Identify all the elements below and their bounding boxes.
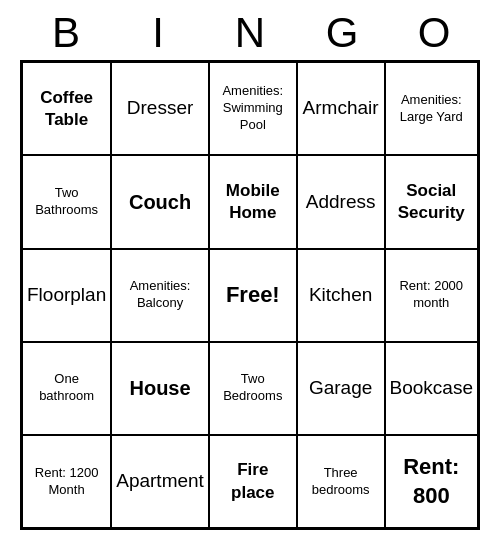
bingo-cell-1-2[interactable]: Mobile Home bbox=[209, 155, 297, 248]
letter-b: B bbox=[24, 10, 108, 56]
bingo-cell-2-4[interactable]: Rent: 2000 month bbox=[385, 249, 478, 342]
bingo-cell-3-0[interactable]: One bathroom bbox=[22, 342, 111, 435]
bingo-cell-4-0[interactable]: Rent: 1200 Month bbox=[22, 435, 111, 528]
bingo-cell-4-3[interactable]: Three bedrooms bbox=[297, 435, 385, 528]
bingo-cell-0-3[interactable]: Armchair bbox=[297, 62, 385, 155]
bingo-grid: Coffee TableDresserAmenities: Swimming P… bbox=[20, 60, 480, 530]
bingo-cell-0-2[interactable]: Amenities: Swimming Pool bbox=[209, 62, 297, 155]
bingo-cell-2-2[interactable]: Free! bbox=[209, 249, 297, 342]
bingo-cell-1-3[interactable]: Address bbox=[297, 155, 385, 248]
bingo-cell-3-2[interactable]: Two Bedrooms bbox=[209, 342, 297, 435]
bingo-cell-1-4[interactable]: Social Security bbox=[385, 155, 478, 248]
bingo-cell-2-0[interactable]: Floorplan bbox=[22, 249, 111, 342]
bingo-cell-2-3[interactable]: Kitchen bbox=[297, 249, 385, 342]
letter-i: I bbox=[116, 10, 200, 56]
bingo-cell-3-3[interactable]: Garage bbox=[297, 342, 385, 435]
bingo-cell-4-1[interactable]: Apartment bbox=[111, 435, 209, 528]
bingo-cell-2-1[interactable]: Amenities: Balcony bbox=[111, 249, 209, 342]
bingo-cell-3-4[interactable]: Bookcase bbox=[385, 342, 478, 435]
bingo-header: B I N G O bbox=[20, 10, 480, 56]
bingo-cell-3-1[interactable]: House bbox=[111, 342, 209, 435]
bingo-cell-1-1[interactable]: Couch bbox=[111, 155, 209, 248]
bingo-cell-0-0[interactable]: Coffee Table bbox=[22, 62, 111, 155]
bingo-cell-1-0[interactable]: Two Bathrooms bbox=[22, 155, 111, 248]
bingo-cell-4-2[interactable]: Fire place bbox=[209, 435, 297, 528]
letter-n: N bbox=[208, 10, 292, 56]
letter-g: G bbox=[300, 10, 384, 56]
letter-o: O bbox=[392, 10, 476, 56]
bingo-cell-4-4[interactable]: Rent: 800 bbox=[385, 435, 478, 528]
bingo-cell-0-4[interactable]: Amenities: Large Yard bbox=[385, 62, 478, 155]
bingo-cell-0-1[interactable]: Dresser bbox=[111, 62, 209, 155]
